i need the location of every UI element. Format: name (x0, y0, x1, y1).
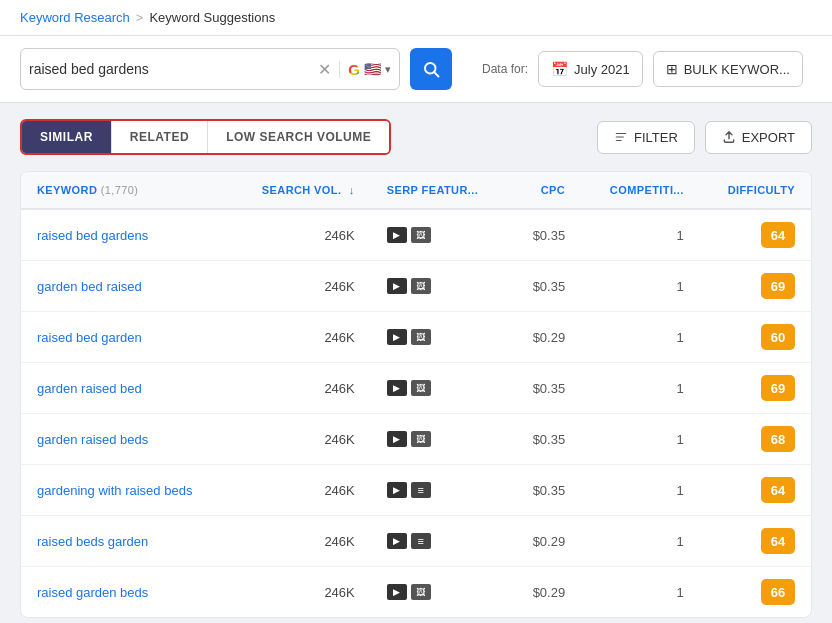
keyword-cell[interactable]: garden raised beds (21, 414, 231, 465)
bulk-keyword-button[interactable]: ⊞ BULK KEYWOR... (653, 51, 803, 87)
comp-cell: 1 (581, 363, 700, 414)
vol-cell: 246K (231, 465, 371, 516)
search-input-wrapper: ✕ G 🇺🇸 ▾ (20, 48, 400, 90)
comp-cell: 1 (581, 209, 700, 261)
diff-cell: 69 (700, 363, 811, 414)
serp-icons: ▶🖼 (387, 278, 493, 294)
vol-cell: 246K (231, 516, 371, 567)
list-icon: ≡ (411, 482, 431, 498)
vol-cell: 246K (231, 209, 371, 261)
table-row: raised bed gardens 246K ▶🖼 $0.35 1 64 (21, 209, 811, 261)
video-icon: ▶ (387, 227, 407, 243)
keyword-cell[interactable]: garden raised bed (21, 363, 231, 414)
keyword-cell[interactable]: raised garden beds (21, 567, 231, 618)
calendar-icon: 📅 (551, 61, 568, 77)
breadcrumb-parent[interactable]: Keyword Research (20, 10, 130, 25)
table-row: garden raised bed 246K ▶🖼 $0.35 1 69 (21, 363, 811, 414)
filter-label: FILTER (634, 130, 678, 145)
serp-cell: ▶🖼 (371, 261, 509, 312)
keyword-table-wrapper: KEYWORD (1,770) SEARCH VOL. ↓ SERP FEATU… (20, 171, 812, 618)
list-icon: ≡ (411, 533, 431, 549)
serp-cell: ▶🖼 (371, 209, 509, 261)
table-row: gardening with raised beds 246K ▶≡ $0.35… (21, 465, 811, 516)
breadcrumb: Keyword Research > Keyword Suggestions (20, 10, 275, 25)
image-icon: 🖼 (411, 278, 431, 294)
vol-cell: 246K (231, 261, 371, 312)
serp-icons: ▶🖼 (387, 584, 493, 600)
bulk-label: BULK KEYWOR... (684, 62, 790, 77)
tabs-container: SIMILAR RELATED LOW SEARCH VOLUME (20, 119, 391, 155)
search-button[interactable] (410, 48, 452, 90)
tab-related[interactable]: RELATED (112, 121, 208, 153)
data-for-section: Data for: 📅 July 2021 ⊞ BULK KEYWOR... (482, 51, 803, 87)
vol-cell: 246K (231, 312, 371, 363)
google-icon: G (348, 61, 360, 78)
difficulty-badge: 69 (761, 375, 795, 401)
diff-cell: 68 (700, 414, 811, 465)
image-icon: 🖼 (411, 380, 431, 396)
table-row: raised garden beds 246K ▶🖼 $0.29 1 66 (21, 567, 811, 618)
image-icon: 🖼 (411, 584, 431, 600)
date-button[interactable]: 📅 July 2021 (538, 51, 643, 87)
col-competition: COMPETITI... (581, 172, 700, 209)
cpc-cell: $0.29 (509, 312, 581, 363)
top-nav: Keyword Research > Keyword Suggestions (0, 0, 832, 36)
cpc-cell: $0.29 (509, 567, 581, 618)
cpc-cell: $0.35 (509, 414, 581, 465)
video-icon: ▶ (387, 329, 407, 345)
cpc-cell: $0.35 (509, 261, 581, 312)
keyword-cell[interactable]: raised bed garden (21, 312, 231, 363)
tab-similar[interactable]: SIMILAR (22, 121, 112, 153)
country-dropdown-arrow[interactable]: ▾ (385, 63, 391, 76)
search-input[interactable] (29, 61, 314, 77)
table-header-row: KEYWORD (1,770) SEARCH VOL. ↓ SERP FEATU… (21, 172, 811, 209)
breadcrumb-current: Keyword Suggestions (149, 10, 275, 25)
serp-cell: ▶🖼 (371, 567, 509, 618)
video-icon: ▶ (387, 278, 407, 294)
video-icon: ▶ (387, 533, 407, 549)
col-search-vol[interactable]: SEARCH VOL. ↓ (231, 172, 371, 209)
export-label: EXPORT (742, 130, 795, 145)
tab-low-search-volume[interactable]: LOW SEARCH VOLUME (208, 121, 389, 153)
svg-line-1 (434, 72, 438, 76)
keyword-cell[interactable]: gardening with raised beds (21, 465, 231, 516)
export-button[interactable]: EXPORT (705, 121, 812, 154)
table-row: raised beds garden 246K ▶≡ $0.29 1 64 (21, 516, 811, 567)
serp-icons: ▶🖼 (387, 227, 493, 243)
serp-cell: ▶≡ (371, 465, 509, 516)
google-badge: G 🇺🇸 ▾ (339, 61, 391, 78)
keyword-cell[interactable]: raised bed gardens (21, 209, 231, 261)
image-icon: 🖼 (411, 329, 431, 345)
comp-cell: 1 (581, 567, 700, 618)
difficulty-badge: 66 (761, 579, 795, 605)
clear-button[interactable]: ✕ (314, 60, 335, 79)
breadcrumb-separator: > (136, 10, 144, 25)
serp-cell: ▶🖼 (371, 312, 509, 363)
difficulty-badge: 69 (761, 273, 795, 299)
video-icon: ▶ (387, 380, 407, 396)
comp-cell: 1 (581, 261, 700, 312)
cpc-cell: $0.35 (509, 209, 581, 261)
keyword-cell[interactable]: garden bed raised (21, 261, 231, 312)
diff-cell: 64 (700, 209, 811, 261)
serp-cell: ▶🖼 (371, 414, 509, 465)
table-row: garden raised beds 246K ▶🖼 $0.35 1 68 (21, 414, 811, 465)
tabs-filter-row: SIMILAR RELATED LOW SEARCH VOLUME FILTER… (0, 103, 832, 171)
serp-icons: ▶≡ (387, 482, 493, 498)
cpc-cell: $0.35 (509, 363, 581, 414)
col-cpc: CPC (509, 172, 581, 209)
serp-icons: ▶🖼 (387, 380, 493, 396)
diff-cell: 66 (700, 567, 811, 618)
vol-cell: 246K (231, 414, 371, 465)
filter-button[interactable]: FILTER (597, 121, 695, 154)
bulk-icon: ⊞ (666, 61, 678, 77)
keyword-cell[interactable]: raised beds garden (21, 516, 231, 567)
keyword-table: KEYWORD (1,770) SEARCH VOL. ↓ SERP FEATU… (21, 172, 811, 617)
vol-cell: 246K (231, 567, 371, 618)
diff-cell: 69 (700, 261, 811, 312)
cpc-cell: $0.29 (509, 516, 581, 567)
serp-icons: ▶≡ (387, 533, 493, 549)
video-icon: ▶ (387, 431, 407, 447)
comp-cell: 1 (581, 516, 700, 567)
comp-cell: 1 (581, 414, 700, 465)
